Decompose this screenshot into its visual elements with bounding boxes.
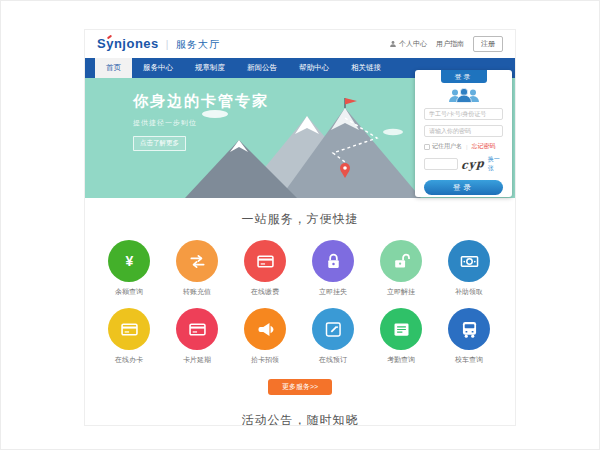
money-icon [448,240,490,282]
service-label: 拾卡招领 [231,355,299,365]
service-item[interactable]: 转账充值 [163,240,231,297]
profile-link-label: 个人中心 [399,39,427,49]
announcements-title: 活动公告，随时知晓 [85,412,515,425]
service-item[interactable]: 在线预订 [299,308,367,365]
user-guide-link[interactable]: 用户指南 [436,39,464,49]
edit-icon [312,308,354,350]
remember-checkbox[interactable] [424,144,430,150]
service-item[interactable]: 在线缴费 [231,240,299,297]
service-item[interactable]: 在线办卡 [95,308,163,365]
more-services-button[interactable]: 更多服务>> [268,379,332,395]
logo-divider: | [166,39,169,50]
nav-item-help[interactable]: 帮助中心 [288,58,340,78]
card-icon [108,308,150,350]
captcha-image[interactable]: cyp [461,156,485,172]
captcha-row: cyp 换一张 [424,155,503,173]
yuan-icon: ¥ [108,240,150,282]
service-item[interactable]: 校车查询 [435,308,503,365]
login-panel: 登录 记住用户名 | 忘记密码 cyp 换一张 登录 [415,70,512,197]
login-form: 记住用户名 | 忘记密码 cyp 换一张 登录 [415,70,512,195]
logo-rest: njones [114,36,159,51]
nav-item-rules[interactable]: 规章制度 [184,58,236,78]
user-guide-label: 用户指南 [436,39,464,49]
users-icon [447,88,481,103]
service-item[interactable]: 拾卡招领 [231,308,299,365]
service-label: 卡片延期 [163,355,231,365]
unlock-icon [380,240,422,282]
forgot-password-link[interactable]: 忘记密码 [472,142,496,151]
login-button[interactable]: 登录 [424,180,503,195]
service-label: 立即解挂 [367,287,435,297]
service-item[interactable]: 立即挂失 [299,240,367,297]
services-title: 一站服务，方便快捷 [85,211,515,228]
password-input[interactable] [424,125,503,137]
brand-logo[interactable]: Synjones | 服务大厅 [97,36,220,52]
hero-text-block: 你身边的卡管专家 提供捷径一步到位 点击了解更多 [133,92,269,151]
service-label: 考勤查询 [367,355,435,365]
card-icon [176,308,218,350]
lock-icon [312,240,354,282]
hero-cta-button[interactable]: 点击了解更多 [133,136,186,151]
top-header: Synjones | 服务大厅 个人中心 用户指南 注册 [85,30,515,58]
remember-label: 记住用户名 [432,142,462,151]
services-section: 一站服务，方便快捷 ¥余额查询 转账充值 在线缴费 立即挂失 立即解挂 补助领取… [85,198,515,395]
portal-name: 服务大厅 [176,38,220,52]
card-icon [244,240,286,282]
username-input[interactable] [424,108,503,120]
hero-title: 你身边的卡管专家 [133,92,269,111]
service-item[interactable]: 考勤查询 [367,308,435,365]
nav-item-news[interactable]: 新闻公告 [236,58,288,78]
person-icon [389,40,397,48]
service-label: 转账充值 [163,287,231,297]
megaphone-icon [244,308,286,350]
logo-accent-letter: y [106,36,114,51]
svg-text:¥: ¥ [125,253,133,269]
nav-item-links[interactable]: 相关链接 [340,58,392,78]
logo-letter: S [97,36,106,51]
service-item[interactable]: 卡片延期 [163,308,231,365]
service-item[interactable]: 立即解挂 [367,240,435,297]
header-right: 个人中心 用户指南 注册 [389,36,503,52]
service-label: 在线办卡 [95,355,163,365]
login-tab[interactable]: 登录 [441,70,487,83]
service-label: 在线缴费 [231,287,299,297]
service-label: 补助领取 [435,287,503,297]
nav-item-service-center[interactable]: 服务中心 [132,58,184,78]
list-icon [380,308,422,350]
remember-row: 记住用户名 | 忘记密码 [424,142,503,151]
service-label: 在线预订 [299,355,367,365]
hero-subtitle: 提供捷径一步到位 [133,118,269,128]
register-button[interactable]: 注册 [473,36,503,52]
bus-icon [448,308,490,350]
services-grid: ¥余额查询 转账充值 在线缴费 立即挂失 立即解挂 补助领取 在线办卡 卡片延期… [95,240,505,376]
service-label: 余额查询 [95,287,163,297]
separator: | [466,144,468,150]
announcements-section: 活动公告，随时知晓 使用指南 最新公告 更多>> 使用指南 更多>> [85,412,515,425]
service-item[interactable]: ¥余额查询 [95,240,163,297]
change-captcha-link[interactable]: 换一张 [488,155,503,173]
transfer-icon [176,240,218,282]
captcha-input[interactable] [424,158,458,170]
site-container: Synjones | 服务大厅 个人中心 用户指南 注册 首页 服务中心 规章制… [85,30,515,425]
service-label: 立即挂失 [299,287,367,297]
nav-item-home[interactable]: 首页 [95,58,132,78]
profile-link[interactable]: 个人中心 [389,39,427,49]
service-label: 校车查询 [435,355,503,365]
service-item[interactable]: 补助领取 [435,240,503,297]
